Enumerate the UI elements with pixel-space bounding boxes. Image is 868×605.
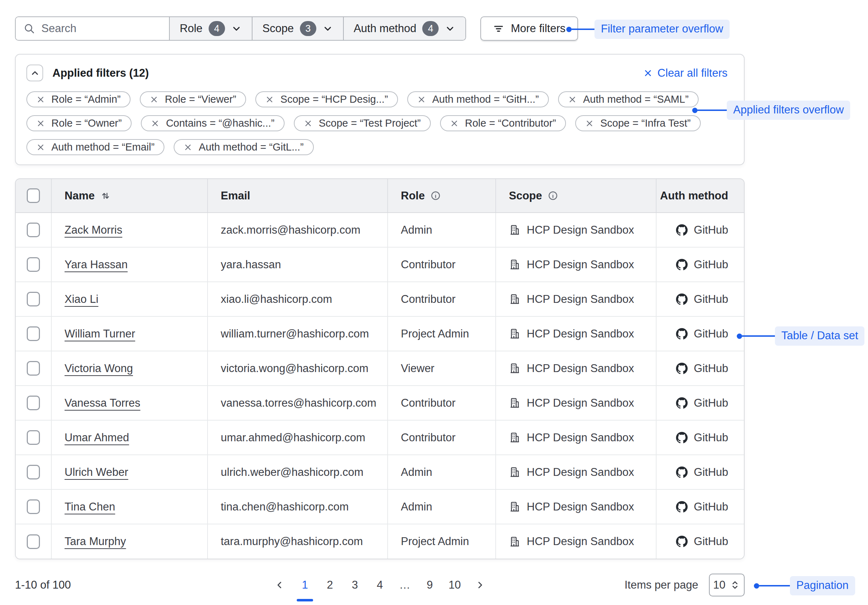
dismiss-icon[interactable] <box>151 119 160 128</box>
auth-method-label: GitHub <box>694 258 728 271</box>
dismiss-icon[interactable] <box>36 119 45 128</box>
dismiss-icon[interactable] <box>265 95 274 104</box>
column-header-name[interactable]: Name <box>52 189 207 202</box>
scope-label: HCP Design Sandbox <box>527 431 634 444</box>
page-number[interactable]: 10 <box>444 571 465 599</box>
dismiss-icon[interactable] <box>417 95 426 104</box>
scope-cell: HCP Design Sandbox <box>509 258 656 271</box>
auth-method-cell: GitHub <box>657 501 745 513</box>
filter-dropdown-button[interactable]: Scope 3 <box>252 17 343 40</box>
scope-cell: HCP Design Sandbox <box>509 466 656 479</box>
org-icon <box>509 293 521 305</box>
filter-pill[interactable]: Scope = “Test Project” <box>294 115 431 131</box>
items-per-page-value: 10 <box>713 579 725 591</box>
scope-label: HCP Design Sandbox <box>527 397 634 410</box>
filter-pill[interactable]: Contains = “@hashic...” <box>141 115 284 131</box>
filter-pill[interactable]: Role = “Owner” <box>26 115 132 131</box>
row-checkbox[interactable] <box>27 534 40 549</box>
page-number[interactable]: 2 <box>319 571 340 599</box>
auth-method-cell: GitHub <box>657 362 745 375</box>
user-name-link[interactable]: Yara Hassan <box>65 258 128 271</box>
filter-pill[interactable]: Auth method = “GitH...” <box>407 92 549 107</box>
filter-pill[interactable]: Auth method = “SAML” <box>558 92 699 107</box>
auth-method-cell: GitHub <box>657 327 745 340</box>
filter-pill[interactable]: Role = “Admin” <box>26 92 130 107</box>
row-checkbox[interactable] <box>27 500 40 514</box>
page-number[interactable]: 3 <box>344 571 365 599</box>
previous-page-button[interactable] <box>269 571 290 599</box>
page-number[interactable]: … <box>394 571 415 599</box>
filter-dropdown-label: Auth method <box>354 22 417 35</box>
user-name-link[interactable]: Tara Murphy <box>65 535 126 548</box>
info-icon[interactable] <box>430 190 441 201</box>
user-email: vanessa.torres@hashicorp.com <box>221 397 376 409</box>
user-name-link[interactable]: Ulrich Weber <box>65 466 129 478</box>
table-row: Victoria Wong victoria.wong@hashicorp.co… <box>16 351 745 386</box>
row-checkbox[interactable] <box>27 465 40 479</box>
dismiss-icon[interactable] <box>568 95 577 104</box>
select-all-checkbox[interactable] <box>27 188 40 203</box>
collapse-button[interactable] <box>26 65 43 81</box>
table-body: Zack Morris zack.morris@hashicorp.com Ad… <box>16 213 745 558</box>
auth-method-cell: GitHub <box>657 431 745 444</box>
row-checkbox[interactable] <box>27 361 40 375</box>
auth-method-label: GitHub <box>694 224 728 236</box>
filter-pill[interactable]: Auth method = “Email” <box>26 139 164 155</box>
applied-filter-pills: Role = “Admin” Role = “Viewer” Scope = “… <box>26 92 733 155</box>
dismiss-icon[interactable] <box>585 119 594 128</box>
filter-pill[interactable]: Scope = “Infra Test” <box>575 115 701 131</box>
page-number[interactable]: 9 <box>419 571 440 599</box>
scope-label: HCP Design Sandbox <box>527 362 634 375</box>
user-name-link[interactable]: Xiao Li <box>65 293 98 306</box>
dismiss-icon[interactable] <box>36 95 45 104</box>
search-field[interactable] <box>41 22 161 35</box>
filter-dropdown-button[interactable]: Auth method 4 <box>343 17 466 40</box>
search-input[interactable] <box>16 17 169 40</box>
user-name-link[interactable]: Umar Ahmed <box>65 431 129 444</box>
more-filters-button[interactable]: More filters <box>480 16 578 41</box>
next-page-button[interactable] <box>469 571 491 599</box>
row-checkbox[interactable] <box>27 396 40 410</box>
user-role: Viewer <box>401 362 434 375</box>
org-icon <box>509 224 521 236</box>
scope-cell: HCP Design Sandbox <box>509 224 656 236</box>
column-header-scope: Scope <box>496 189 656 202</box>
items-per-page-select[interactable]: 10 <box>709 574 745 596</box>
dismiss-icon[interactable] <box>184 143 192 152</box>
row-checkbox[interactable] <box>27 292 40 306</box>
table-row: Umar Ahmed umar.ahmed@hashicorp.com Cont… <box>16 420 745 455</box>
items-per-page-label: Items per page <box>625 579 698 591</box>
auth-method-label: GitHub <box>694 293 728 306</box>
auth-method-cell: GitHub <box>657 224 745 236</box>
sort-icon[interactable] <box>100 190 111 202</box>
user-role: Admin <box>401 501 432 513</box>
filter-pill[interactable]: Role = “Contributor” <box>440 115 566 131</box>
row-checkbox[interactable] <box>27 257 40 272</box>
filter-pill-label: Role = “Contributor” <box>465 117 556 129</box>
user-name-link[interactable]: Victoria Wong <box>65 362 133 375</box>
user-name-link[interactable]: William Turner <box>65 327 135 340</box>
row-checkbox[interactable] <box>27 430 40 445</box>
page-number[interactable]: 4 <box>369 571 390 599</box>
scope-cell: HCP Design Sandbox <box>509 431 656 444</box>
page-number[interactable]: 1 <box>294 571 315 599</box>
filter-pill[interactable]: Scope = “HCP Desig...” <box>255 92 398 107</box>
pager: 1 2 3 4 … 9 10 <box>269 571 491 599</box>
user-name-link[interactable]: Zack Morris <box>65 224 122 236</box>
filter-pill[interactable]: Auth method = “GitL...” <box>174 139 313 155</box>
row-checkbox[interactable] <box>27 223 40 237</box>
filter-dropdown-button[interactable]: Role 4 <box>169 17 252 40</box>
scope-label: HCP Design Sandbox <box>527 293 634 306</box>
user-name-link[interactable]: Vanessa Torres <box>65 397 141 409</box>
row-checkbox[interactable] <box>27 326 40 341</box>
dismiss-icon[interactable] <box>450 119 459 128</box>
dismiss-icon[interactable] <box>304 119 312 128</box>
dismiss-icon[interactable] <box>150 95 158 104</box>
user-email: william.turner@hashicorp.com <box>221 327 369 340</box>
info-icon[interactable] <box>547 190 558 201</box>
user-name-link[interactable]: Tina Chen <box>65 501 115 513</box>
dismiss-icon[interactable] <box>36 143 45 152</box>
clear-all-filters-button[interactable]: Clear all filters <box>643 67 727 79</box>
filter-pill[interactable]: Role = “Viewer” <box>140 92 246 107</box>
github-icon <box>676 466 688 478</box>
